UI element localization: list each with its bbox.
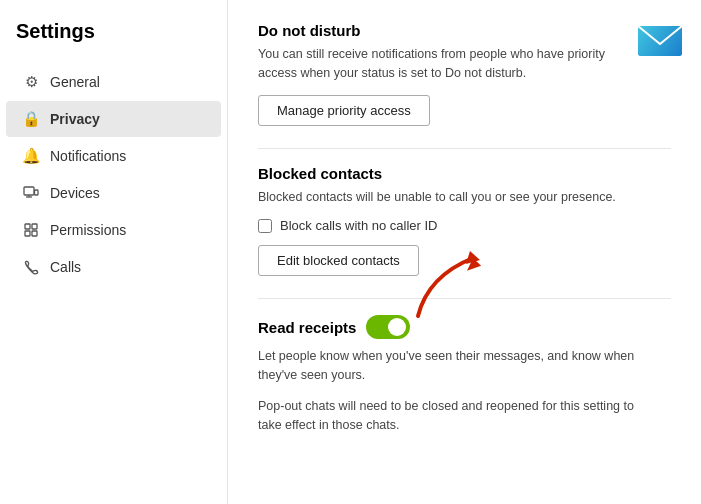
blocked-contacts-description: Blocked contacts will be unable to call … (258, 188, 638, 207)
sidebar-item-calls[interactable]: Calls (6, 249, 221, 285)
sidebar-item-label-devices: Devices (50, 185, 100, 201)
section-divider-1 (258, 148, 671, 149)
edit-blocked-contacts-button[interactable]: Edit blocked contacts (258, 245, 419, 276)
sidebar-item-label-notifications: Notifications (50, 148, 126, 164)
svg-rect-6 (25, 231, 30, 236)
read-receipts-desc1: Let people know when you've seen their m… (258, 347, 638, 385)
read-receipts-section: Read receipts Let people know when you'v… (258, 315, 671, 434)
dnd-title: Do not disturb (258, 22, 671, 39)
svg-rect-5 (32, 224, 37, 229)
sidebar-item-label-privacy: Privacy (50, 111, 100, 127)
sidebar-item-label-permissions: Permissions (50, 222, 126, 238)
sidebar-item-general[interactable]: ⚙ General (6, 64, 221, 100)
sidebar-item-label-calls: Calls (50, 259, 81, 275)
do-not-disturb-section: Do not disturb You can still receive not… (258, 22, 671, 126)
svg-rect-7 (32, 231, 37, 236)
app-container: Settings ⚙ General 🔒 Privacy 🔔 Notificat… (0, 0, 701, 504)
svg-rect-1 (35, 190, 39, 195)
settings-title: Settings (0, 20, 227, 63)
lock-icon: 🔒 (22, 110, 40, 128)
block-calls-row: Block calls with no caller ID (258, 218, 671, 233)
block-calls-label: Block calls with no caller ID (280, 218, 438, 233)
devices-icon (22, 184, 40, 202)
read-receipts-toggle-row: Read receipts (258, 315, 671, 339)
blocked-contacts-title: Blocked contacts (258, 165, 671, 182)
sidebar-item-notifications[interactable]: 🔔 Notifications (6, 138, 221, 174)
gear-icon: ⚙ (22, 73, 40, 91)
svg-rect-4 (25, 224, 30, 229)
blocked-contacts-section: Blocked contacts Blocked contacts will b… (258, 165, 671, 277)
sidebar: Settings ⚙ General 🔒 Privacy 🔔 Notificat… (0, 0, 228, 504)
read-receipts-toggle[interactable] (366, 315, 410, 339)
dnd-description: You can still receive notifications from… (258, 45, 638, 83)
sidebar-item-privacy[interactable]: 🔒 Privacy (6, 101, 221, 137)
sidebar-item-devices[interactable]: Devices (6, 175, 221, 211)
bell-icon: 🔔 (22, 147, 40, 165)
read-receipts-title: Read receipts (258, 319, 356, 336)
permissions-icon (22, 221, 40, 239)
read-receipts-desc2: Pop-out chats will need to be closed and… (258, 397, 638, 435)
block-calls-checkbox[interactable] (258, 219, 272, 233)
sidebar-item-permissions[interactable]: Permissions (6, 212, 221, 248)
phone-icon (22, 258, 40, 276)
main-content: Do not disturb You can still receive not… (228, 0, 701, 504)
svg-rect-0 (24, 187, 34, 195)
email-notification-icon (637, 18, 683, 64)
section-divider-2 (258, 298, 671, 299)
manage-priority-access-button[interactable]: Manage priority access (258, 95, 430, 126)
sidebar-item-label-general: General (50, 74, 100, 90)
